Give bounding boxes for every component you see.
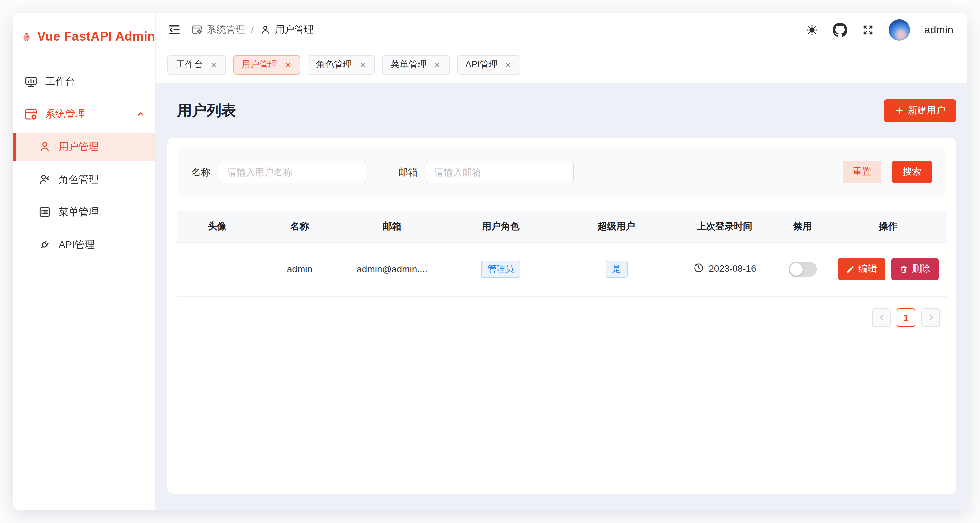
email-filter-input[interactable] (426, 161, 574, 183)
system-window-gear-icon (24, 107, 38, 121)
sidebar-item-menu-management[interactable]: 菜单管理 (13, 198, 155, 226)
theme-sun-icon[interactable] (806, 23, 819, 36)
page-prev-button[interactable] (872, 308, 891, 327)
cell-role: 管理员 (442, 242, 559, 296)
user-list-card: 名称 邮箱 重置 搜索 (167, 138, 956, 494)
role-user-icon (38, 173, 51, 186)
plus-icon (895, 106, 904, 115)
col-avatar: 头像 (177, 211, 258, 242)
pagination: 1 (177, 308, 947, 327)
users-table: 头像 名称 邮箱 用户角色 超级用户 上次登录时间 禁用 操作 (177, 211, 947, 297)
tab-bar: 工作台 用户管理 角色管理 菜单管理 (156, 47, 967, 83)
name-filter-input[interactable] (218, 161, 366, 183)
breadcrumb: 系统管理 / 用户管理 (191, 23, 314, 36)
tab-menu-management[interactable]: 菜单管理 (382, 55, 449, 74)
page-number-1[interactable]: 1 (897, 308, 915, 327)
edit-label: 编辑 (858, 263, 877, 275)
breadcrumb-separator: / (251, 24, 254, 35)
superuser-tag: 是 (605, 261, 627, 278)
username[interactable]: admin (924, 24, 953, 36)
table-header-row: 头像 名称 邮箱 用户角色 超级用户 上次登录时间 禁用 操作 (177, 211, 947, 242)
col-last-login: 上次登录时间 (673, 211, 775, 242)
sidebar-item-label: 工作台 (45, 75, 75, 87)
tab-label: 用户管理 (242, 59, 277, 71)
sidebar-menu: 工作台 系统管理 用户管 (13, 67, 155, 259)
content-area: 用户列表 新建用户 名称 邮箱 重置 搜索 (156, 83, 967, 510)
tab-close-icon[interactable] (433, 61, 441, 68)
page-next-icon (926, 313, 935, 322)
tab-workbench[interactable]: 工作台 (167, 55, 226, 74)
cell-superuser: 是 (559, 242, 673, 296)
pencil-icon (846, 265, 854, 273)
col-role: 用户角色 (442, 211, 559, 242)
new-user-button[interactable]: 新建用户 (884, 99, 956, 122)
email-filter-label: 邮箱 (398, 165, 418, 178)
tab-label: 角色管理 (316, 59, 352, 71)
sidebar-item-label: 菜单管理 (59, 205, 99, 218)
edit-button[interactable]: 编辑 (838, 258, 885, 280)
tab-api-management[interactable]: API管理 (457, 55, 521, 74)
header-actions: admin (806, 19, 953, 40)
user-icon (38, 140, 51, 153)
sidebar-item-label: 角色管理 (59, 173, 99, 186)
top-header: 系统管理 / 用户管理 (156, 13, 967, 47)
page-prev-icon (877, 313, 886, 322)
new-user-label: 新建用户 (908, 104, 945, 116)
col-disabled: 禁用 (776, 211, 830, 242)
tab-label: 工作台 (176, 59, 203, 71)
app-window: Vue FastAPI Admin 工作台 系统管理 (13, 13, 967, 510)
trash-icon (899, 265, 908, 273)
col-actions: 操作 (829, 211, 947, 242)
tab-role-management[interactable]: 角色管理 (307, 55, 375, 74)
user-avatar[interactable] (889, 19, 910, 40)
workbench-monitor-icon (24, 74, 38, 88)
delete-label: 删除 (912, 263, 931, 275)
sidebar-item-user-management[interactable]: 用户管理 (13, 133, 155, 161)
last-login-value: 2023-08-16 (708, 263, 756, 273)
logo: Vue FastAPI Admin (13, 13, 155, 50)
reset-button[interactable]: 重置 (843, 161, 881, 183)
collapse-sidebar-icon[interactable] (167, 23, 181, 37)
github-icon[interactable] (833, 22, 848, 37)
tab-close-icon[interactable] (284, 61, 291, 68)
cell-actions: 编辑 删除 (829, 242, 947, 296)
cell-avatar (177, 242, 258, 296)
delete-button[interactable]: 删除 (891, 258, 939, 280)
cell-name: admin (258, 242, 342, 296)
breadcrumb-user-icon (260, 24, 271, 35)
col-superuser: 超级用户 (559, 211, 673, 242)
tab-close-icon[interactable] (359, 61, 366, 68)
breadcrumb-label: 系统管理 (207, 23, 245, 36)
tab-close-icon[interactable] (505, 61, 512, 68)
page-title-row: 用户列表 新建用户 (167, 83, 956, 138)
breadcrumb-item-users[interactable]: 用户管理 (260, 23, 314, 36)
main-area: 系统管理 / 用户管理 (156, 13, 967, 510)
sidebar-item-api-management[interactable]: API管理 (13, 231, 155, 259)
chicken-logo-icon (22, 25, 31, 48)
role-tag: 管理员 (481, 261, 520, 278)
breadcrumb-system-icon (191, 24, 202, 35)
fullscreen-icon[interactable] (862, 23, 875, 36)
table-row: admin admin@admin.... 管理员 是 (177, 242, 947, 296)
api-plug-icon (38, 238, 51, 251)
sidebar-item-label: 系统管理 (45, 108, 85, 120)
search-button[interactable]: 搜索 (892, 161, 932, 183)
sidebar-item-label: 用户管理 (59, 140, 99, 153)
cell-last-login: 2023-08-16 (673, 242, 775, 296)
tab-label: API管理 (465, 59, 498, 71)
cell-disabled (776, 242, 830, 296)
page-title: 用户列表 (177, 100, 236, 120)
sidebar: Vue FastAPI Admin 工作台 系统管理 (13, 13, 156, 510)
tab-close-icon[interactable] (210, 61, 217, 68)
disable-toggle[interactable] (789, 262, 817, 277)
history-clock-icon (692, 262, 704, 274)
sidebar-item-workbench[interactable]: 工作台 (13, 67, 155, 95)
sidebar-item-role-management[interactable]: 角色管理 (13, 165, 155, 193)
page-next-button[interactable] (921, 308, 940, 327)
breadcrumb-item-system[interactable]: 系统管理 (191, 23, 245, 36)
tab-user-management[interactable]: 用户管理 (233, 55, 300, 74)
sidebar-item-system-management[interactable]: 系统管理 (13, 100, 155, 128)
col-name: 名称 (258, 211, 342, 242)
app-title: Vue FastAPI Admin (37, 29, 156, 44)
sidebar-item-label: API管理 (59, 238, 95, 251)
